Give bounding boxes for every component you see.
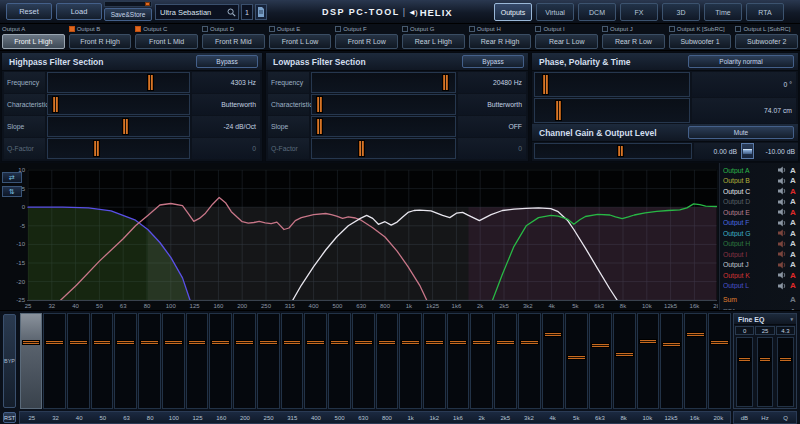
eq-band-160[interactable] — [209, 313, 232, 409]
eq-band-1k[interactable] — [399, 313, 422, 409]
legend-mute-toggle[interactable] — [777, 177, 788, 185]
slider-handle[interactable] — [316, 96, 323, 113]
output-tab[interactable]: Output CFront L Mid — [133, 24, 200, 50]
eq-band-20k[interactable] — [708, 313, 731, 409]
output-tab[interactable]: Output AFront L High — [0, 24, 67, 50]
eq-band-63[interactable] — [114, 313, 137, 409]
channel-a-badge[interactable]: A — [788, 166, 798, 175]
slider-track[interactable] — [311, 116, 456, 137]
fine-eq-slider-q[interactable] — [777, 337, 794, 407]
output-tab-button[interactable]: Front R High — [69, 34, 132, 49]
zoom-vertical-icon[interactable]: ⇅ — [2, 186, 22, 197]
eq-band-16k[interactable] — [684, 313, 707, 409]
eq-band-handle[interactable] — [93, 340, 112, 345]
channel-a-badge[interactable]: A — [788, 295, 798, 304]
fine-eq-handle[interactable] — [738, 357, 751, 362]
channel-a-badge[interactable]: A — [788, 187, 798, 196]
output-tab[interactable]: Output EFront L Low — [267, 24, 334, 50]
legend-row[interactable]: Output AA — [723, 165, 798, 176]
mute-button[interactable]: Mute — [688, 126, 794, 139]
eq-band-25[interactable] — [20, 313, 43, 409]
legend-row[interactable]: Output KA — [723, 270, 798, 281]
polarity-button[interactable]: Polarity normal — [688, 55, 794, 68]
nav-tab-3d[interactable]: 3D — [662, 3, 700, 21]
eq-band-handle[interactable] — [567, 355, 586, 360]
nav-tab-rta[interactable]: RTA — [746, 3, 784, 21]
output-tab-button[interactable]: Front L Low — [269, 34, 332, 49]
eq-band-32[interactable] — [43, 313, 66, 409]
eq-band-handle[interactable] — [544, 332, 563, 337]
output-tab-button[interactable]: Subwoofer 1 — [669, 34, 732, 49]
legend-row[interactable]: Output LA — [723, 281, 798, 292]
slider-handle[interactable] — [52, 96, 59, 113]
nav-tab-outputs[interactable]: Outputs — [494, 3, 532, 21]
eq-band-800[interactable] — [376, 313, 399, 409]
eq-band-handle[interactable] — [354, 340, 373, 345]
legend-row[interactable]: Output CA — [723, 186, 798, 197]
output-tab-button[interactable]: Front L High — [2, 34, 65, 49]
eq-band-handle[interactable] — [140, 340, 159, 345]
output-tab[interactable]: Output BFront R High — [67, 24, 134, 50]
output-tab-button[interactable]: Rear R High — [469, 34, 532, 49]
save-store-button[interactable]: Save&Store — [104, 8, 152, 21]
channel-a-badge[interactable]: A — [788, 176, 798, 185]
output-checkbox[interactable] — [535, 26, 541, 32]
legend-mute-toggle[interactable] — [777, 229, 788, 237]
preset-dropdown[interactable] — [104, 1, 152, 7]
eq-band-3k2[interactable] — [518, 313, 541, 409]
eq-band-80[interactable] — [138, 313, 161, 409]
slider-handle[interactable] — [122, 118, 129, 135]
eq-band-handle[interactable] — [211, 340, 230, 345]
output-checkbox[interactable] — [269, 26, 275, 32]
output-tab-button[interactable]: Rear R Low — [602, 34, 665, 49]
eq-band-handle[interactable] — [116, 340, 135, 345]
channel-a-badge[interactable]: A — [788, 229, 798, 238]
legend-mute-toggle[interactable] — [777, 208, 788, 216]
output-tab-button[interactable]: Front R Mid — [202, 34, 265, 49]
fine-eq-handle[interactable] — [759, 357, 772, 362]
lowpass-bypass-button[interactable]: Bypass — [462, 55, 524, 68]
response-graph[interactable]: 2532405063801001251602002503154005006308… — [0, 163, 718, 310]
legend-mute-toggle[interactable] — [777, 250, 788, 258]
eq-band-handle[interactable] — [188, 340, 207, 345]
gain-slider-track[interactable] — [534, 143, 692, 159]
slider-track[interactable] — [47, 94, 190, 115]
eq-band-handle[interactable] — [45, 340, 64, 345]
channel-a-badge[interactable]: A — [788, 260, 798, 269]
output-checkbox[interactable] — [735, 26, 741, 32]
document-icon[interactable] — [255, 4, 267, 20]
slider-track[interactable] — [47, 138, 190, 159]
eq-band-12k5[interactable] — [660, 313, 683, 409]
slider-handle[interactable] — [555, 100, 562, 121]
output-tab-button[interactable]: Subwoofer 2 — [735, 34, 798, 49]
eq-reset-button[interactable]: RST — [3, 412, 16, 423]
eq-band-handle[interactable] — [425, 340, 444, 345]
legend-row[interactable]: Output JA — [723, 260, 798, 271]
legend-mute-toggle[interactable] — [777, 240, 788, 248]
eq-band-5k[interactable] — [565, 313, 588, 409]
output-checkbox[interactable] — [669, 26, 675, 32]
channel-a-badge[interactable]: A — [788, 208, 798, 217]
legend-row-sum[interactable]: SumA — [723, 294, 798, 305]
eq-band-200[interactable] — [233, 313, 256, 409]
channel-a-badge[interactable]: A — [788, 250, 798, 259]
highpass-bypass-button[interactable]: Bypass — [196, 55, 258, 68]
eq-band-handle[interactable] — [472, 340, 491, 345]
output-checkbox[interactable] — [69, 26, 75, 32]
output-tab-button[interactable]: Front L Mid — [135, 34, 198, 49]
output-tab[interactable]: Output GRear L High — [400, 24, 467, 50]
gain-fine-fader[interactable] — [741, 143, 754, 159]
eq-band-handle[interactable] — [330, 340, 349, 345]
eq-band-4k[interactable] — [542, 313, 565, 409]
output-checkbox[interactable] — [135, 26, 141, 32]
channel-a-badge[interactable]: A — [788, 218, 798, 227]
legend-mute-toggle[interactable] — [777, 198, 788, 206]
slider-track[interactable] — [47, 72, 190, 93]
legend-mute-toggle[interactable] — [777, 282, 788, 290]
nav-tab-dcm[interactable]: DCM — [578, 3, 616, 21]
slider-track[interactable] — [534, 98, 690, 123]
slider-track[interactable] — [311, 138, 456, 159]
legend-row[interactable]: Output HA — [723, 239, 798, 250]
output-tab[interactable]: Output K [SubRC]Subwoofer 1 — [667, 24, 734, 50]
output-checkbox[interactable] — [402, 26, 408, 32]
